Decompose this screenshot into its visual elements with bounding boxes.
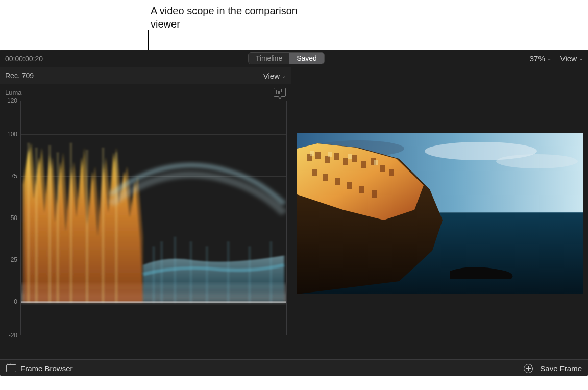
svg-rect-38	[347, 182, 352, 189]
svg-rect-28	[334, 153, 339, 160]
svg-rect-42	[328, 152, 332, 157]
scope-view-dropdown[interactable]: View⌄	[263, 71, 286, 80]
chevron-down-icon: ⌄	[579, 56, 583, 61]
viewer-right-controls: 37%⌄ View⌄	[530, 54, 583, 63]
preview-panel	[291, 67, 588, 359]
svg-rect-27	[325, 156, 330, 163]
zoom-dropdown[interactable]: 37%⌄	[530, 54, 551, 63]
comparison-viewer-window: 00:00:00:20 Timeline Saved 37%⌄ View⌄ Re…	[0, 50, 588, 376]
scope-channel-label: Luma	[5, 89, 22, 96]
svg-rect-34	[389, 169, 394, 176]
seg-saved[interactable]: Saved	[289, 53, 324, 64]
viewer-top-bar: 00:00:00:20 Timeline Saved 37%⌄ View⌄	[0, 50, 588, 67]
save-frame-button[interactable]: Save Frame	[524, 364, 582, 373]
annotation-text: A video scope in the comparison viewer	[151, 4, 314, 31]
svg-rect-39	[359, 186, 364, 193]
svg-rect-26	[315, 152, 321, 159]
folder-icon	[6, 364, 16, 372]
chevron-down-icon: ⌄	[547, 56, 551, 61]
svg-rect-35	[312, 169, 317, 176]
seg-timeline[interactable]: Timeline	[249, 53, 289, 64]
svg-rect-33	[380, 165, 385, 172]
scope-y-axis-labels: -200255075100120	[4, 101, 19, 335]
video-preview-frame	[297, 133, 583, 294]
chevron-down-icon: ⌄	[282, 73, 286, 79]
svg-rect-43	[348, 154, 352, 159]
scope-channel-row: Luma	[0, 84, 291, 101]
frame-browser-button[interactable]: Frame Browser	[6, 364, 73, 373]
luma-waveform-scope: -200255075100120	[20, 101, 287, 335]
svg-rect-37	[335, 178, 340, 185]
comparison-mode-segmented-control[interactable]: Timeline Saved	[248, 52, 325, 64]
timecode-display: 00:00:00:20	[5, 54, 43, 63]
svg-rect-41	[310, 151, 314, 156]
viewer-footer: Frame Browser Save Frame	[0, 359, 588, 376]
svg-rect-31	[361, 161, 366, 168]
scope-panel: Rec. 709 View⌄ Luma -200255075100120	[0, 67, 291, 359]
svg-rect-40	[372, 190, 377, 198]
svg-rect-30	[352, 155, 357, 162]
svg-rect-36	[323, 174, 328, 181]
svg-rect-44	[374, 160, 378, 165]
svg-rect-29	[343, 158, 348, 165]
color-space-label: Rec. 709	[5, 71, 34, 80]
svg-point-21	[496, 154, 578, 168]
scope-settings-icon[interactable]	[274, 88, 286, 97]
view-dropdown[interactable]: View⌄	[560, 54, 583, 63]
plus-circle-icon	[524, 364, 533, 373]
scope-panel-header: Rec. 709 View⌄	[0, 67, 291, 84]
